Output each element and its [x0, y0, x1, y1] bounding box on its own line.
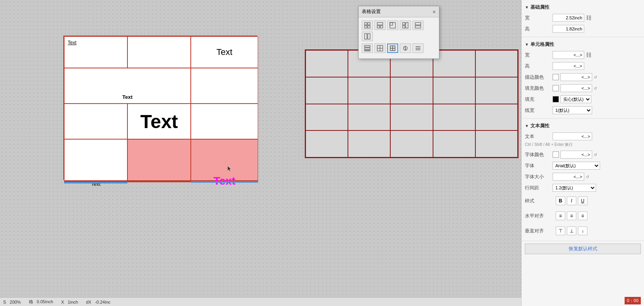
font-color-input[interactable]	[560, 151, 592, 159]
table-row[interactable]	[475, 50, 518, 77]
width-input[interactable]	[553, 14, 584, 22]
halign-right-button[interactable]: ≡	[578, 212, 587, 220]
cell-height-input[interactable]	[553, 62, 584, 70]
table-row[interactable]	[64, 182, 127, 183]
halign-label: 水平对齐	[525, 213, 553, 219]
icon-btn-6[interactable]	[362, 32, 373, 41]
table-row[interactable]	[191, 104, 258, 139]
font-size-input[interactable]	[553, 173, 584, 181]
restore-default-button[interactable]: 恢复默认样式	[525, 244, 641, 254]
svg-rect-4	[377, 23, 383, 25]
linewidth-label: 线宽	[525, 107, 553, 114]
table-row[interactable]	[348, 104, 390, 131]
linewidth-select[interactable]: 1(默认)	[553, 106, 592, 114]
cell-text-large: Text	[140, 111, 178, 132]
valign-top-button[interactable]: ⊤	[556, 227, 565, 235]
table-row[interactable]	[127, 36, 191, 68]
fill-color-swatch[interactable]	[553, 85, 559, 91]
cell-width-input[interactable]	[553, 51, 584, 59]
icon-btn-1[interactable]	[362, 21, 373, 30]
fill-color-label: 填充颜色	[525, 85, 553, 92]
icon-btn-2[interactable]	[374, 21, 386, 30]
refresh-icon[interactable]: ↺	[594, 75, 597, 79]
table-row[interactable]	[475, 104, 518, 131]
icon-btn-9[interactable]	[387, 43, 398, 53]
table-row[interactable]: Text	[64, 36, 127, 68]
table-row[interactable]	[306, 50, 348, 77]
font-color-refresh[interactable]: ↺	[594, 153, 597, 157]
icon-btn-5[interactable]	[412, 21, 424, 30]
table-row[interactable]	[390, 77, 433, 104]
cell-height-value	[553, 62, 641, 70]
underline-button[interactable]: U	[578, 196, 587, 205]
table-row[interactable]	[475, 77, 518, 104]
table-row[interactable]	[127, 139, 191, 181]
icon-btn-3[interactable]	[387, 21, 398, 30]
icon-btn-10[interactable]	[400, 43, 411, 53]
line-spacing-row: 行间距 1.2(默认)	[522, 182, 644, 193]
border-color-input[interactable]	[560, 73, 592, 81]
right-panel: 基础属性 宽 ⛓ 高 单元格属性 宽 ⛓ 高	[521, 0, 644, 306]
valign-bottom-button[interactable]: ↓	[578, 227, 587, 235]
table-row[interactable]	[433, 130, 475, 157]
text-props-header[interactable]: 文本属性	[522, 121, 644, 131]
table-row[interactable]	[191, 181, 258, 182]
valign-middle-button[interactable]: ⊥	[567, 227, 576, 235]
table-row[interactable]: Text	[127, 104, 191, 139]
table-row[interactable]	[390, 130, 433, 157]
table-row[interactable]	[475, 130, 518, 157]
table-row[interactable]	[64, 139, 127, 181]
icon-btn-11[interactable]	[412, 43, 424, 53]
table1: Text Text Text Text Text	[63, 36, 257, 180]
table-row[interactable]	[348, 77, 390, 104]
icon-btn-7[interactable]	[362, 43, 373, 53]
basic-props-header[interactable]: 基础属性	[522, 2, 644, 12]
halign-row: 水平对齐 ≡ ≡ ≡	[522, 208, 644, 223]
dialog-close-button[interactable]: ×	[433, 9, 436, 15]
height-input[interactable]	[553, 25, 584, 33]
svg-rect-9	[403, 23, 405, 25]
line-spacing-value: 1.2(默认)	[553, 184, 641, 192]
table-row[interactable]	[306, 104, 348, 131]
table-row[interactable]	[348, 130, 390, 157]
font-color-swatch[interactable]	[553, 151, 559, 158]
icon-btn-4[interactable]	[400, 21, 411, 30]
grid-label: 格 0.05inch	[29, 299, 53, 305]
table-row[interactable]	[127, 181, 191, 182]
cell-props-header[interactable]: 单元格属性	[522, 40, 644, 49]
table-row[interactable]: Text	[191, 36, 258, 68]
dialog-title-bar: 表格设置 ×	[359, 6, 439, 17]
height-prop-row: 高	[522, 23, 644, 34]
table-row[interactable]	[433, 77, 475, 104]
table-row[interactable]	[390, 104, 433, 131]
font-size-refresh[interactable]: ↺	[586, 175, 589, 179]
line-spacing-select[interactable]: 1.2(默认)	[553, 184, 596, 192]
dialog-icon-row-2	[362, 43, 436, 53]
table-row[interactable]	[191, 68, 258, 104]
halign-center-button[interactable]: ≡	[567, 212, 576, 220]
bold-button[interactable]: B	[556, 196, 565, 205]
cell-text-magenta: Text	[213, 175, 236, 187]
fill-type-swatch	[553, 96, 559, 102]
table-row[interactable]	[64, 104, 127, 139]
fill-type-select[interactable]: 实心(默认)	[560, 95, 591, 103]
fill-refresh-icon[interactable]: ↺	[594, 86, 597, 91]
table-row[interactable]: Text	[64, 68, 191, 104]
table-row[interactable]	[433, 104, 475, 131]
text-input[interactable]	[553, 132, 592, 140]
font-family-row: 字体 Arial(默认)	[522, 160, 644, 171]
svg-rect-18	[365, 50, 370, 51]
dx-coord: dX -0.24inc	[86, 300, 110, 304]
border-color-swatch[interactable]	[553, 74, 559, 80]
cell-text: Text	[122, 94, 133, 100]
icon-btn-8[interactable]	[374, 43, 386, 53]
font-family-select[interactable]: Arial(默认)	[553, 162, 600, 170]
right-panel-status: 0：00	[522, 295, 644, 306]
halign-left-button[interactable]: ≡	[556, 212, 565, 220]
table-row[interactable]	[306, 77, 348, 104]
fill-color-input[interactable]	[560, 84, 592, 92]
font-family-value: Arial(默认)	[553, 162, 641, 170]
svg-rect-5	[377, 26, 380, 28]
table-row[interactable]	[306, 130, 348, 157]
italic-button[interactable]: I	[567, 196, 576, 205]
